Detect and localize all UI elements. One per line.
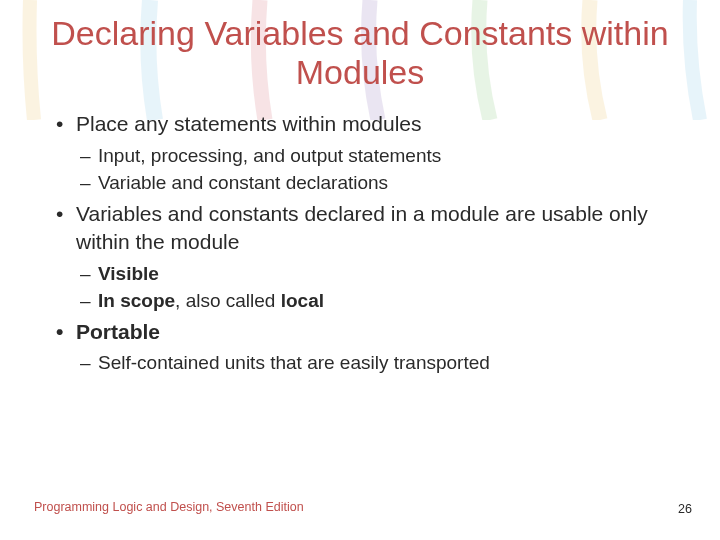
visible-term: Visible xyxy=(98,263,159,284)
bullet-level2: Input, processing, and output statements xyxy=(56,143,672,169)
text-span: , also called xyxy=(175,290,281,311)
bullet-level1: Portable xyxy=(56,318,672,346)
bullet-level1: Place any statements within modules xyxy=(56,110,672,138)
in-scope-term: In scope xyxy=(98,290,175,311)
slide-title: Declaring Variables and Constants within… xyxy=(0,0,720,98)
slide-body: Place any statements within modules Inpu… xyxy=(0,98,720,376)
bullet-level1: Variables and constants declared in a mo… xyxy=(56,200,672,257)
bullet-level2: In scope, also called local xyxy=(56,288,672,314)
local-term: local xyxy=(281,290,324,311)
bullet-level2: Visible xyxy=(56,261,672,287)
page-number: 26 xyxy=(678,502,692,516)
bullet-level2: Variable and constant declarations xyxy=(56,170,672,196)
bullet-level2: Self-contained units that are easily tra… xyxy=(56,350,672,376)
footer-text: Programming Logic and Design, Seventh Ed… xyxy=(34,500,304,514)
